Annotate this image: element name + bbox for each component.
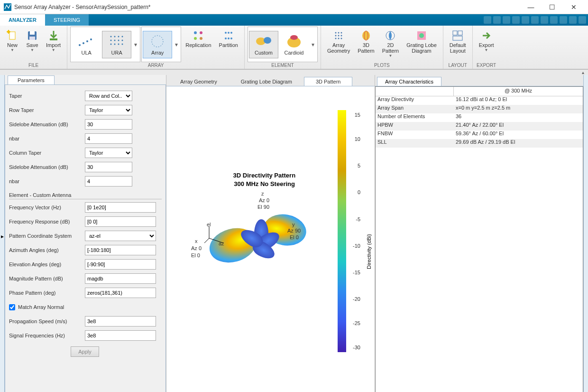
svg-rect-4 xyxy=(29,37,35,40)
array-icon xyxy=(148,34,167,49)
svg-point-36 xyxy=(290,35,298,40)
svg-point-22 xyxy=(152,36,163,47)
close-button[interactable]: ✕ xyxy=(563,0,584,14)
qat-icon[interactable] xyxy=(484,16,491,24)
array-gallery-expand[interactable]: ▾ xyxy=(132,41,139,48)
phase-pat-label: Phase Pattern (deg) xyxy=(9,290,85,296)
apply-button[interactable]: Apply xyxy=(71,346,99,357)
export-button[interactable]: Export▼ xyxy=(476,27,497,62)
table-row: Number of Elements36 xyxy=(376,113,583,122)
sll2-input[interactable] xyxy=(85,162,132,172)
group-label-plots: PLOTS xyxy=(324,62,440,69)
sll2-label: Sidelobe Attenuation (dB) xyxy=(9,164,85,170)
element-gallery-expand[interactable]: ▾ xyxy=(310,41,316,48)
svg-rect-3 xyxy=(30,31,35,35)
qat-icon[interactable] xyxy=(531,16,539,24)
grating-lobe-button[interactable]: Grating Lobe Diagram xyxy=(403,27,440,62)
az-ang-input[interactable] xyxy=(85,245,156,255)
svg-rect-1 xyxy=(9,32,15,39)
qat-icon[interactable] xyxy=(541,16,548,24)
qat-icon[interactable] xyxy=(512,16,520,24)
group-label-element: ELEMENT xyxy=(248,62,318,69)
array-single-gallery[interactable]: Array ▾ xyxy=(141,27,181,62)
row-taper-label: Row Taper xyxy=(9,107,85,113)
import-button[interactable]: Import▼ xyxy=(43,27,64,62)
pattern-coord-label: Pattern Coordinate System xyxy=(9,233,85,239)
right-gutter[interactable] xyxy=(583,75,588,392)
mag-pat-label: Magnitude Pattern (dB) xyxy=(9,276,85,281)
default-layout-button[interactable]: Default Layout xyxy=(446,27,469,62)
tab-3d-pattern[interactable]: 3D Pattern xyxy=(304,77,353,86)
group-label-array: ARRAY xyxy=(70,62,241,69)
svg-point-7 xyxy=(83,42,84,44)
freq-vec-label: Frequency Vector (Hz) xyxy=(9,205,85,210)
tab-analyzer[interactable]: ANALYZER xyxy=(0,14,45,26)
svg-point-16 xyxy=(118,39,119,41)
group-array: ULA URA ▾ Array ▾ Replication xyxy=(67,26,245,69)
qat-icon[interactable] xyxy=(503,16,510,24)
ula-icon xyxy=(77,34,96,49)
row-taper-select[interactable]: Taylor xyxy=(85,105,132,115)
element-gallery[interactable]: Custom Cardioid ▾ xyxy=(248,27,318,62)
mag-pat-input[interactable] xyxy=(85,273,156,284)
nbar1-input[interactable] xyxy=(85,133,132,144)
pattern-coord-select[interactable]: az-el xyxy=(85,231,156,241)
array-array[interactable]: Array xyxy=(143,31,172,58)
save-button[interactable]: Save▼ xyxy=(23,27,42,62)
quick-access-toolbar xyxy=(484,16,588,24)
qat-icon[interactable] xyxy=(522,16,529,24)
col-taper-select[interactable]: Taylor xyxy=(85,148,132,158)
maximize-button[interactable]: ☐ xyxy=(542,0,563,14)
qat-icon[interactable] xyxy=(579,16,586,24)
group-label-layout: LAYOUT xyxy=(446,62,469,69)
taper-select[interactable]: Row and Col... xyxy=(85,91,132,101)
char-col-header: @ 300 MHz xyxy=(454,87,583,96)
tab-steering[interactable]: STEERING xyxy=(45,14,89,26)
qat-icon[interactable] xyxy=(493,16,501,24)
tab-grating-lobe[interactable]: Grating Lobe Diagram xyxy=(229,77,304,86)
new-button[interactable]: New▼ xyxy=(3,27,22,62)
minimize-button[interactable]: — xyxy=(520,0,542,14)
qat-icon[interactable] xyxy=(560,16,567,24)
group-file: New▼ Save▼ Import▼ FILE xyxy=(0,26,67,69)
3d-pattern-button[interactable]: 3D Pattern xyxy=(354,27,377,62)
table-row: FNBW59.36° Az / 60.00° El xyxy=(376,131,583,139)
parameters-tab[interactable]: Parameters xyxy=(8,75,55,84)
svg-point-37 xyxy=(335,32,337,34)
freq-vec-input[interactable] xyxy=(85,202,156,213)
element-cardioid[interactable]: Cardioid xyxy=(279,31,309,58)
svg-point-19 xyxy=(114,43,116,45)
array-gallery[interactable]: ULA URA ▾ xyxy=(70,27,140,62)
qat-help-icon[interactable] xyxy=(569,16,577,24)
nbar2-input[interactable] xyxy=(85,176,132,187)
characteristics-tab[interactable]: Array Characteristics xyxy=(377,77,441,86)
tab-array-geometry[interactable]: Array Geometry xyxy=(168,77,229,86)
phase-pat-input[interactable] xyxy=(85,288,156,298)
partition-button[interactable]: Partition xyxy=(216,27,241,62)
el-ang-input[interactable] xyxy=(85,259,156,270)
array-ula[interactable]: ULA xyxy=(72,31,101,58)
match-normal-label: Match Array Normal xyxy=(18,304,64,310)
match-normal-checkbox[interactable] xyxy=(9,304,15,310)
sig-freq-input[interactable] xyxy=(85,330,156,341)
group-label-file: FILE xyxy=(3,62,64,69)
qat-icon[interactable] xyxy=(550,16,558,24)
array-ura[interactable]: URA xyxy=(102,31,131,58)
ribbon-collapse[interactable]: ▴ xyxy=(0,69,588,75)
left-gutter[interactable]: ▸ xyxy=(0,75,5,392)
svg-point-39 xyxy=(341,32,342,34)
ribbon-toolbar: New▼ Save▼ Import▼ FILE ULA URA xyxy=(0,26,588,69)
partition-icon xyxy=(223,30,234,41)
svg-point-21 xyxy=(122,43,123,45)
prop-speed-input[interactable] xyxy=(85,316,156,327)
array-single-expand[interactable]: ▾ xyxy=(173,41,180,48)
element-custom[interactable]: Custom xyxy=(249,31,278,58)
plot-area[interactable]: 3D Directivity Pattern 300 MHz No Steeri… xyxy=(166,86,375,392)
freq-resp-input[interactable] xyxy=(85,216,156,227)
array-geometry-button[interactable]: Array Geometry xyxy=(324,27,353,62)
2d-pattern-button[interactable]: 2D Pattern▼ xyxy=(379,27,402,62)
sll1-input[interactable] xyxy=(85,119,132,130)
group-plots: Array Geometry 3D Pattern 2D Pattern▼ Gr… xyxy=(321,26,443,69)
replication-button[interactable]: Replication xyxy=(182,27,214,62)
group-label-export: EXPORT xyxy=(476,62,497,69)
